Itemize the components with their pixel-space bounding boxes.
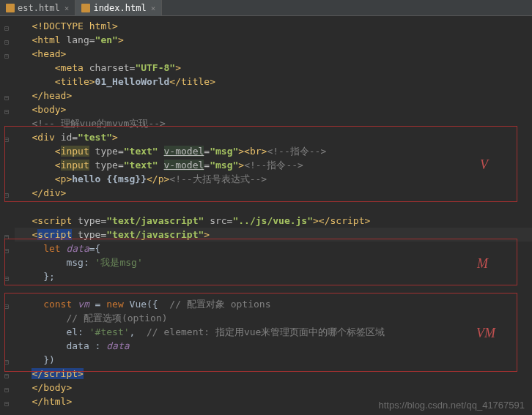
- tab-index[interactable]: index.html ×: [75, 0, 162, 16]
- watermark: https://blog.csdn.net/qq_41767591: [379, 400, 525, 411]
- html-file-icon: [81, 4, 90, 12]
- highlighted-input: input: [61, 146, 89, 157]
- highlighted-vmodel: v-model: [164, 146, 204, 157]
- code-text: <body>: [32, 104, 66, 115]
- fold-icon[interactable]: ⊟: [4, 299, 9, 313]
- fold-icon[interactable]: ⊟: [4, 244, 9, 258]
- highlighted-script-close: </script>: [32, 368, 83, 379]
- fold-icon[interactable]: ⊟: [4, 397, 9, 411]
- tab-label: index.html: [93, 3, 146, 13]
- code-text: <head>: [32, 48, 66, 59]
- code-text: </head>: [32, 90, 72, 101]
- fold-icon[interactable]: ⊟: [4, 132, 9, 146]
- highlighted-script: script: [37, 229, 72, 240]
- tab-label: est.html: [18, 3, 60, 13]
- html-file-icon: [6, 4, 15, 12]
- annotation-label-v: V: [480, 157, 488, 173]
- close-icon[interactable]: ×: [151, 4, 156, 13]
- code-editor[interactable]: ⊟ <!DOCTYPE html> ⊟ <html lang="en"> ⊟ <…: [0, 16, 532, 411]
- code-text: <div: [32, 132, 60, 143]
- code-text: <meta: [55, 62, 89, 73]
- fold-icon[interactable]: ⊟: [4, 21, 9, 35]
- annotation-label-vm: VM: [476, 326, 495, 341]
- fold-icon[interactable]: ⊟: [4, 369, 9, 383]
- code-text: </div>: [32, 187, 66, 198]
- code-text: <!DOCTYPE html>: [32, 20, 117, 31]
- fold-icon[interactable]: ⊟: [4, 49, 9, 63]
- fold-icon[interactable]: ⊟: [4, 188, 9, 202]
- fold-icon[interactable]: ⊟: [4, 230, 9, 244]
- fold-icon[interactable]: ⊟: [4, 105, 9, 119]
- fold-icon[interactable]: ⊟: [4, 383, 9, 397]
- fold-icon[interactable]: ⊟: [4, 91, 9, 105]
- close-icon[interactable]: ×: [64, 4, 70, 13]
- code-text: <html: [32, 34, 66, 45]
- tab-bar: est.html × index.html ×: [0, 0, 532, 16]
- fold-icon[interactable]: ⊟: [4, 35, 9, 49]
- fold-icon[interactable]: ⊟: [4, 272, 9, 285]
- annotation-label-m: M: [477, 256, 488, 272]
- code-text: <title>: [55, 76, 95, 87]
- code-comment: <!-- 理解vue的mvvm实现-->: [32, 118, 165, 129]
- fold-icon[interactable]: ⊟: [4, 355, 9, 369]
- tab-est[interactable]: est.html ×: [0, 0, 75, 16]
